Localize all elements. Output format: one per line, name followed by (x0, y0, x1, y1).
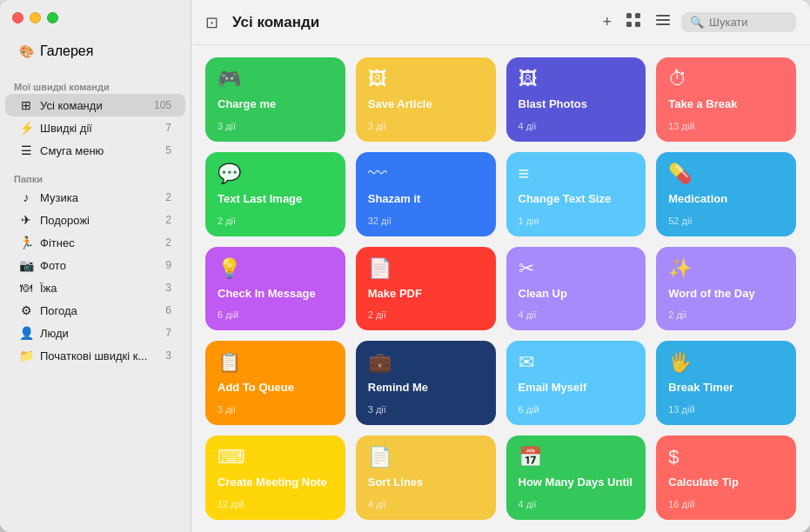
sidebar-toggle-button[interactable]: ⊡ (205, 13, 218, 32)
shortcut-card-how-many-days-until[interactable]: 📅 How Many Days Until 4 дії (506, 436, 646, 520)
shortcut-card-text-last-image[interactable]: 💬 Text Last Image 2 дії (205, 152, 345, 236)
shortcut-card-create-meeting-note[interactable]: ⌨ Create Meeting Note 12 дій (205, 436, 345, 520)
sidebar-item-quick-actions[interactable]: ⚡ Швидкі дії 7 (5, 116, 185, 139)
weather-count: 6 (165, 304, 171, 316)
search-input[interactable] (709, 16, 787, 29)
travel-icon: ✈ (19, 213, 33, 227)
shortcut-card-word-of-the-day[interactable]: ✨ Word of the Day 2 дії (656, 247, 796, 331)
people-count: 7 (165, 327, 171, 339)
sidebar-item-fitness[interactable]: 🏃 Фітнес 2 (5, 231, 185, 254)
menu-bar-icon: ☰ (19, 143, 33, 157)
svg-rect-0 (626, 13, 632, 18)
shortcut-card-add-to-queue[interactable]: 📋 Add To Queue 3 дії (205, 341, 345, 425)
sidebar-item-weather[interactable]: ⚙ Погода 6 (5, 299, 185, 322)
grid-view-button[interactable] (622, 10, 645, 34)
shortcut-card-change-text-size[interactable]: ≡ Change Text Size 1 дія (506, 152, 646, 236)
my-shortcuts-section-label: Мої швидкі команди (0, 76, 191, 94)
photo-count: 9 (165, 259, 171, 271)
card-actions-text-last-image: 2 дії (218, 216, 333, 226)
sidebar-item-gallery[interactable]: 🎨 Галерея (5, 38, 185, 64)
shortcut-card-medication[interactable]: 💊 Medication 52 дії (656, 152, 796, 236)
card-icon-how-many-days-until: 📅 (519, 446, 634, 469)
add-shortcut-button[interactable]: + (599, 11, 615, 33)
shortcut-card-save-article[interactable]: 🖼 Save Article 3 дії (356, 57, 496, 142)
food-count: 3 (165, 282, 171, 294)
card-actions-clean-up: 4 дії (519, 309, 634, 320)
card-actions-save-article: 3 дії (368, 121, 484, 131)
card-icon-medication: 💊 (668, 163, 784, 185)
sidebar-item-photo[interactable]: 📷 Фото 9 (5, 254, 185, 276)
shortcut-card-clean-up[interactable]: ✂ Clean Up 4 дії (506, 247, 646, 331)
card-actions-add-to-queue: 3 дії (218, 404, 333, 415)
card-name-remind-me: Remind Me (368, 381, 484, 401)
shortcut-card-remind-me[interactable]: 💼 Remind Me 3 дії (356, 341, 496, 425)
card-icon-shazam-it: 〰 (368, 163, 484, 185)
shortcut-card-check-in-message[interactable]: 💡 Check In Message 6 дій (205, 247, 345, 331)
svg-rect-6 (656, 23, 670, 25)
sidebar-item-all[interactable]: ⊞ Усі команди 105 (5, 94, 185, 116)
card-actions-calculate-tip: 16 дій (668, 499, 784, 509)
shortcut-card-sort-lines[interactable]: 📄 Sort Lines 4 дії (356, 436, 496, 520)
shortcuts-grid: 🎮 Charge me 3 дії 🖼 Save Article 3 дії 🖼… (191, 45, 810, 532)
card-actions-sort-lines: 4 дії (368, 499, 484, 509)
card-icon-email-myself: ✉ (519, 351, 634, 374)
starter-count: 3 (165, 349, 171, 362)
sidebar-item-starter[interactable]: 📁 Початкові швидкі к... 3 (5, 344, 185, 367)
card-name-check-in-message: Check In Message (218, 287, 333, 307)
sidebar: 🎨 Галерея Мої швидкі команди ⊞ Усі коман… (0, 0, 191, 532)
card-name-change-text-size: Change Text Size (519, 192, 634, 212)
card-name-sort-lines: Sort Lines (368, 475, 484, 495)
card-name-blast-photos: Blast Photos (519, 97, 634, 117)
main-content: ⊡ Усі команди + (191, 0, 810, 532)
card-actions-charge-me: 3 дії (218, 121, 333, 131)
card-actions-check-in-message: 6 дій (218, 309, 333, 320)
card-actions-remind-me: 3 дії (368, 404, 484, 415)
starter-icon: 📁 (19, 349, 33, 362)
shortcut-card-take-a-break[interactable]: ⏱ Take a Break 13 дій (656, 57, 796, 142)
shortcut-card-make-pdf[interactable]: 📄 Make PDF 2 дії (356, 247, 496, 331)
travel-count: 2 (165, 214, 171, 226)
shortcut-card-break-timer[interactable]: 🖐 Break Timer 13 дій (656, 341, 796, 425)
search-box: 🔍 (681, 12, 796, 32)
weather-label: Погода (40, 304, 158, 317)
people-icon: 👤 (19, 326, 33, 340)
card-name-calculate-tip: Calculate Tip (668, 475, 784, 495)
grid-icon (626, 12, 641, 28)
shortcut-card-calculate-tip[interactable]: $ Calculate Tip 16 дій (656, 436, 796, 520)
sidebar-item-travel[interactable]: ✈ Подорожі 2 (5, 209, 185, 231)
fitness-count: 2 (165, 236, 171, 249)
card-actions-word-of-the-day: 2 дії (668, 309, 784, 320)
shortcut-card-email-myself[interactable]: ✉ Email Myself 6 дій (506, 341, 646, 425)
menu-bar-label: Смуга меню (40, 144, 158, 157)
maximize-button[interactable] (47, 12, 58, 23)
search-icon: 🔍 (690, 16, 704, 29)
close-button[interactable] (12, 12, 23, 23)
sidebar-item-music[interactable]: ♪ Музика 2 (5, 186, 185, 209)
travel-label: Подорожі (40, 214, 158, 227)
shortcut-card-blast-photos[interactable]: 🖼 Blast Photos 4 дії (506, 57, 646, 142)
food-icon: 🍽 (19, 281, 33, 295)
minimize-button[interactable] (30, 12, 41, 23)
card-icon-charge-me: 🎮 (218, 68, 333, 90)
card-actions-take-a-break: 13 дій (668, 121, 784, 131)
card-actions-create-meeting-note: 12 дій (218, 499, 333, 509)
card-icon-create-meeting-note: ⌨ (218, 446, 333, 469)
sidebar-item-menu-bar[interactable]: ☰ Смуга меню 5 (5, 139, 185, 162)
card-icon-remind-me: 💼 (368, 351, 484, 374)
card-actions-blast-photos: 4 дії (519, 121, 634, 131)
fitness-label: Фітнес (40, 236, 158, 249)
list-view-button[interactable] (652, 10, 674, 34)
music-label: Музика (40, 191, 158, 204)
card-name-create-meeting-note: Create Meeting Note (218, 475, 333, 495)
svg-rect-4 (656, 15, 670, 17)
svg-rect-2 (626, 22, 632, 27)
card-icon-change-text-size: ≡ (519, 163, 634, 185)
card-actions-change-text-size: 1 дія (519, 216, 634, 226)
svg-rect-3 (635, 22, 640, 27)
sidebar-item-food[interactable]: 🍽 Їжа 3 (5, 276, 185, 299)
card-icon-check-in-message: 💡 (218, 257, 333, 280)
sidebar-item-people[interactable]: 👤 Люди 7 (5, 322, 185, 344)
shortcut-card-shazam-it[interactable]: 〰 Shazam it 32 дії (356, 152, 496, 236)
quick-actions-label: Швидкі дії (40, 122, 158, 135)
shortcut-card-charge-me[interactable]: 🎮 Charge me 3 дії (205, 57, 345, 142)
